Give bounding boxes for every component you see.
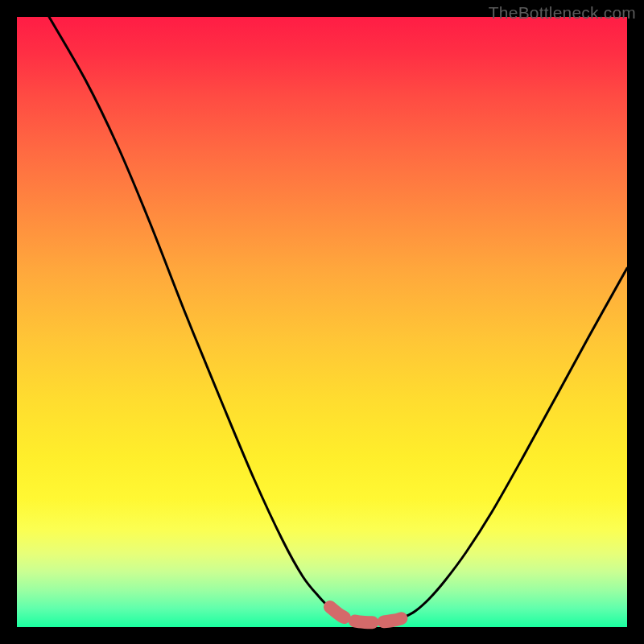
chart-frame: TheBottleneck.com xyxy=(0,0,644,644)
chart-svg xyxy=(17,17,627,627)
bottom-highlight-marker xyxy=(330,607,411,622)
bottleneck-curve xyxy=(49,17,627,622)
chart-plot-area xyxy=(17,17,627,627)
watermark-text: TheBottleneck.com xyxy=(489,3,636,23)
